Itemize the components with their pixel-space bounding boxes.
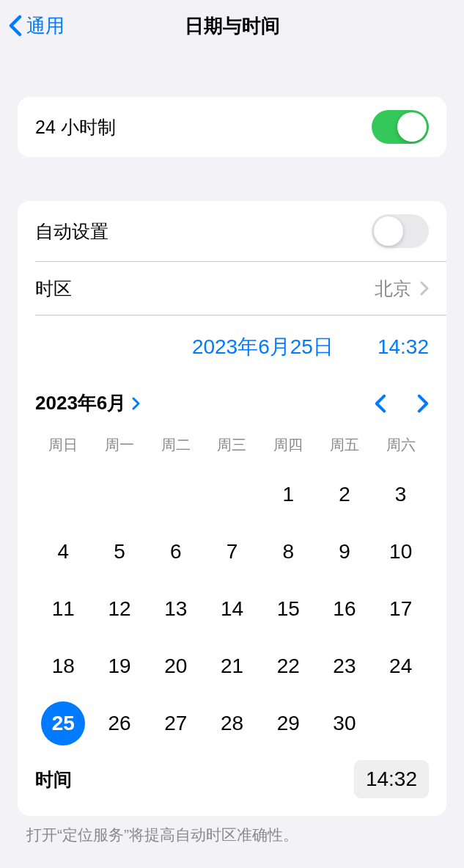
weekday-header: 周三: [204, 431, 260, 459]
switch-auto-set[interactable]: [372, 214, 429, 248]
day-cell[interactable]: 2: [317, 475, 373, 514]
month-picker[interactable]: 2023年6月: [35, 390, 141, 416]
day-cell[interactable]: 4: [35, 533, 92, 571]
weekday-header: 周二: [147, 431, 204, 459]
day-cell[interactable]: 10: [372, 533, 429, 571]
day-cell[interactable]: 28: [204, 704, 260, 743]
row-auto-set: 自动设置: [18, 201, 446, 261]
weekday-header: 周五: [317, 431, 373, 459]
day-cell[interactable]: 1: [260, 475, 317, 514]
day-cell[interactable]: 9: [317, 533, 373, 571]
back-label: 通用: [26, 13, 65, 39]
label-timezone: 时区: [35, 277, 72, 301]
back-button[interactable]: 通用: [0, 13, 65, 39]
time-label: 时间: [35, 767, 72, 792]
next-month-button[interactable]: [417, 394, 429, 413]
time-picker[interactable]: 14:32: [354, 760, 429, 798]
weekday-header: 周一: [92, 431, 148, 459]
weekday-header: 周四: [260, 431, 317, 459]
value-timezone: 北京: [375, 277, 411, 301]
day-cell[interactable]: 11: [35, 590, 92, 628]
month-label: 2023年6月: [35, 390, 126, 416]
label-auto-set: 自动设置: [35, 219, 108, 244]
day-cell[interactable]: 8: [260, 533, 317, 571]
day-cell[interactable]: 25: [35, 704, 92, 743]
chevron-left-icon: [375, 394, 386, 413]
day-cell[interactable]: 19: [92, 647, 148, 685]
switch-knob: [374, 216, 403, 246]
switch-24-hour[interactable]: [372, 110, 429, 144]
day-empty: [204, 475, 260, 514]
calendar: 2023年6月 周日周一周二周三周四周五周六 1234567: [18, 376, 446, 816]
day-empty: [147, 475, 204, 514]
weekday-header: 周六: [372, 431, 429, 459]
selected-date-time-row: 2023年6月25日 14:32: [18, 316, 446, 376]
day-cell[interactable]: 14: [204, 590, 260, 628]
day-cell[interactable]: 7: [204, 533, 260, 571]
day-cell[interactable]: 24: [372, 647, 429, 685]
row-timezone[interactable]: 时区 北京: [18, 262, 446, 315]
day-empty: [92, 475, 148, 514]
switch-knob: [397, 112, 427, 142]
day-cell[interactable]: 3: [372, 475, 429, 514]
day-cell[interactable]: 6: [147, 533, 204, 571]
selected-date[interactable]: 2023年6月25日: [192, 333, 334, 361]
prev-month-button[interactable]: [375, 394, 386, 413]
day-cell[interactable]: 22: [260, 647, 317, 685]
chevron-left-icon: [9, 15, 22, 37]
selected-time[interactable]: 14:32: [378, 335, 429, 359]
chevron-right-icon: [417, 394, 429, 413]
day-cell[interactable]: 30: [317, 704, 373, 743]
weekday-header: 周日: [35, 431, 92, 459]
day-cell[interactable]: 26: [92, 704, 148, 743]
chevron-right-icon: [132, 396, 141, 411]
day-cell[interactable]: 12: [92, 590, 148, 628]
footer-note: 打开“定位服务”将提高自动时区准确性。: [0, 816, 464, 845]
day-cell[interactable]: 29: [260, 704, 317, 743]
day-cell[interactable]: 21: [204, 647, 260, 685]
day-cell[interactable]: 15: [260, 590, 317, 628]
day-cell[interactable]: 23: [317, 647, 373, 685]
chevron-right-icon: [420, 281, 429, 296]
day-cell[interactable]: 20: [147, 647, 204, 685]
day-cell[interactable]: 27: [147, 704, 204, 743]
day-cell[interactable]: 13: [147, 590, 204, 628]
day-cell[interactable]: 16: [317, 590, 373, 628]
day-cell[interactable]: 17: [372, 590, 429, 628]
label-24-hour: 24 小时制: [35, 115, 116, 139]
day-empty: [35, 475, 92, 514]
row-24-hour: 24 小时制: [18, 97, 446, 157]
day-cell[interactable]: 5: [92, 533, 148, 571]
day-cell[interactable]: 18: [35, 647, 92, 685]
page-title: 日期与时间: [185, 13, 280, 39]
